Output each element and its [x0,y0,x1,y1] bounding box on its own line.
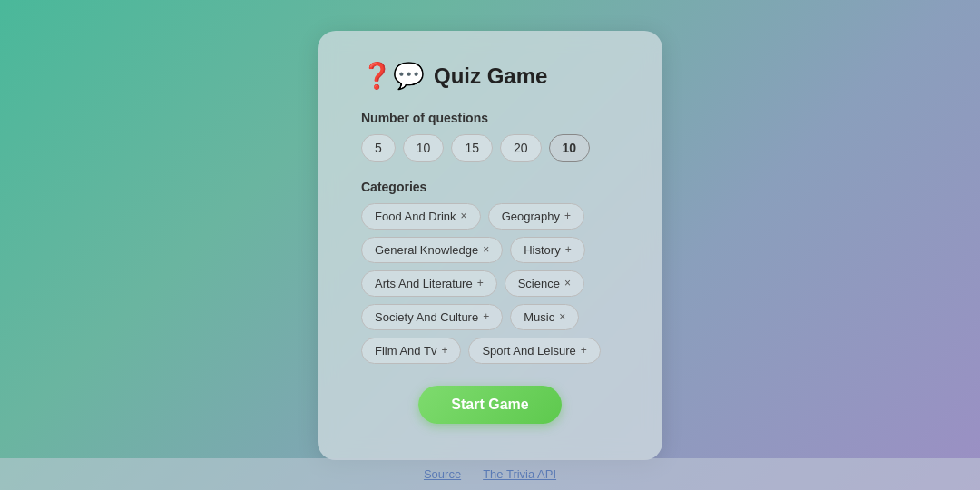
tag-music[interactable]: Music × [510,304,579,330]
tag-sport-and-leisure[interactable]: Sport And Leisure + [468,338,600,364]
footer: Source The Trivia API [0,458,980,490]
tag-society-and-culture-action: + [483,310,489,323]
num-questions-label: Number of questions [361,111,619,125]
num-btn-15[interactable]: 15 [451,134,493,162]
num-questions-row: 5 10 15 20 10 [361,134,619,162]
tag-film-and-tv-action: + [441,344,447,357]
quiz-icon: ❓💬 [361,64,425,89]
tag-geography-label: Geography [502,210,560,223]
tag-arts-and-literature-action: + [477,277,484,289]
tag-science-label: Science [518,277,560,290]
num-btn-5[interactable]: 5 [361,134,396,162]
tag-science[interactable]: Science × [505,270,584,297]
categories-label: Categories [361,180,619,194]
tag-society-and-culture[interactable]: Society And Culture + [361,304,503,330]
tag-food-and-drink-action: × [461,210,467,222]
tag-society-and-culture-label: Society And Culture [375,310,478,324]
tag-history-action: + [565,243,572,256]
num-btn-10-selected[interactable]: 10 [549,134,591,162]
tag-history-label: History [524,243,560,257]
categories-section: Categories Food And Drink × Geography + … [361,180,619,364]
main-content: ❓💬 Quiz Game Number of questions 5 10 15… [0,0,980,490]
tag-general-knowledge-label: General Knowledge [375,243,478,257]
tag-music-label: Music [524,310,554,324]
page-title: Quiz Game [434,64,547,89]
tag-food-and-drink-label: Food And Drink [375,210,456,223]
tag-food-and-drink[interactable]: Food And Drink × [361,203,481,230]
trivia-api-link[interactable]: The Trivia API [483,467,556,481]
tag-geography[interactable]: Geography + [488,203,584,230]
start-game-button[interactable]: Start Game [418,386,561,424]
tag-film-and-tv[interactable]: Film And Tv + [361,338,461,364]
source-link[interactable]: Source [424,467,461,481]
card-header: ❓💬 Quiz Game [361,64,619,89]
num-btn-10[interactable]: 10 [403,134,445,162]
tag-general-knowledge[interactable]: General Knowledge × [361,237,503,263]
tag-arts-and-literature-label: Arts And Literature [375,277,473,290]
tag-science-action: × [564,277,571,289]
category-tags: Food And Drink × Geography + General Kno… [361,203,619,364]
tag-sport-and-leisure-label: Sport And Leisure [482,344,575,358]
tag-history[interactable]: History + [510,237,584,263]
tag-arts-and-literature[interactable]: Arts And Literature + [361,270,497,297]
quiz-card: ❓💬 Quiz Game Number of questions 5 10 15… [318,31,662,460]
tag-geography-action: + [564,210,571,222]
tag-general-knowledge-action: × [483,243,489,256]
tag-music-action: × [559,310,565,323]
tag-sport-and-leisure-action: + [581,344,587,357]
num-btn-20[interactable]: 20 [500,134,542,162]
tag-film-and-tv-label: Film And Tv [375,344,436,358]
